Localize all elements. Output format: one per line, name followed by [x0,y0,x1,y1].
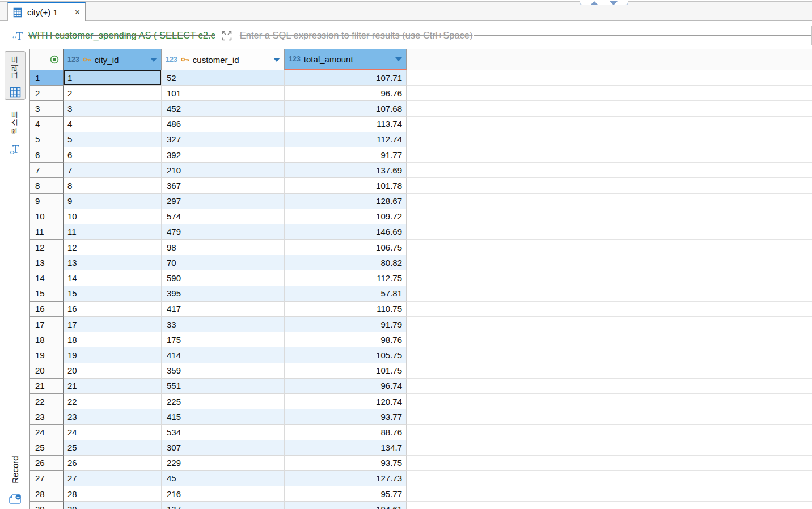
cell-customer-id[interactable]: 210 [162,163,285,178]
row-number[interactable]: 24 [29,425,64,440]
row-number[interactable]: 4 [29,117,64,132]
cell-city-id[interactable]: 24 [64,425,162,440]
cell-city-id[interactable]: 8 [64,178,162,193]
cell-customer-id[interactable]: 414 [162,347,285,363]
cell-total-amount[interactable]: 134.7 [285,440,407,456]
cell-city-id[interactable]: 3 [64,101,162,116]
cell-total-amount[interactable]: 112.74 [285,132,407,147]
cell-total-amount[interactable]: 113.74 [285,117,407,132]
cell-total-amount[interactable]: 109.72 [285,209,407,224]
row-number[interactable]: 2 [29,86,64,101]
cell-customer-id[interactable]: 307 [162,440,285,456]
row-number[interactable]: 6 [29,147,64,163]
cell-customer-id[interactable]: 452 [162,101,285,116]
cell-customer-id[interactable]: 33 [162,317,285,332]
cell-total-amount[interactable]: 106.75 [285,240,407,255]
cell-total-amount[interactable]: 107.71 [285,70,407,86]
row-number[interactable]: 17 [29,317,64,332]
cell-customer-id[interactable]: 52 [162,70,285,86]
cell-total-amount[interactable]: 98.76 [285,332,407,347]
result-filter-bar[interactable]: WITH customer_spending AS ( SELECT c2.c … [9,26,812,45]
scroll-down-icon[interactable] [610,1,618,5]
tab-city-result[interactable]: city(+) 1 × [7,2,86,21]
row-number[interactable]: 21 [29,379,64,394]
cell-total-amount[interactable]: 93.77 [285,409,407,425]
row-number[interactable]: 18 [29,332,64,347]
cell-city-id[interactable]: 19 [64,347,162,363]
column-dropdown-icon[interactable] [395,57,402,61]
column-dropdown-icon[interactable] [273,58,280,62]
cell-total-amount[interactable]: 137.69 [285,163,407,178]
cell-city-id[interactable]: 7 [64,163,162,178]
filter-sql-text[interactable]: WITH customer_spending AS ( SELECT c2.c [28,30,215,41]
cell-customer-id[interactable]: 574 [162,209,285,224]
column-dropdown-icon[interactable] [150,58,157,62]
cell-total-amount[interactable]: 112.75 [285,270,407,286]
cell-city-id[interactable]: 10 [64,209,162,224]
cell-customer-id[interactable]: 392 [162,147,285,163]
cell-city-id[interactable]: 1 [64,70,162,86]
row-number[interactable]: 26 [29,456,64,471]
cell-city-id[interactable]: 25 [64,440,162,456]
cell-total-amount[interactable]: 95.77 [285,486,407,502]
filter-placeholder[interactable]: Enter a SQL expression to filter results… [240,30,473,41]
cell-customer-id[interactable]: 590 [162,270,285,286]
expand-filter-panel-icon[interactable] [221,29,233,42]
row-number[interactable]: 27 [29,471,64,486]
cell-customer-id[interactable]: 486 [162,117,285,132]
cell-city-id[interactable]: 14 [64,270,162,286]
cell-total-amount[interactable]: 127.73 [285,471,407,486]
row-number[interactable]: 5 [29,132,64,147]
cell-city-id[interactable]: 18 [64,332,162,347]
cell-city-id[interactable]: 13 [64,255,162,270]
cell-customer-id[interactable]: 70 [162,255,285,270]
cell-total-amount[interactable]: 96.76 [285,86,407,101]
row-number[interactable]: 19 [29,347,64,363]
cell-city-id[interactable]: 20 [64,363,162,379]
cell-total-amount[interactable]: 146.69 [285,224,407,240]
row-number[interactable]: 22 [29,394,64,409]
cell-total-amount[interactable]: 93.75 [285,456,407,471]
row-number[interactable]: 10 [29,209,64,224]
cell-customer-id[interactable]: 229 [162,456,285,471]
row-number[interactable]: 8 [29,178,64,193]
cell-customer-id[interactable]: 479 [162,224,285,240]
cell-city-id[interactable]: 21 [64,379,162,394]
row-number[interactable]: 20 [29,363,64,379]
cell-total-amount[interactable]: 80.82 [285,255,407,270]
row-number[interactable]: 3 [29,101,64,116]
row-number[interactable]: 15 [29,286,64,302]
cell-customer-id[interactable]: 101 [162,86,285,101]
cell-total-amount[interactable]: 120.74 [285,394,407,409]
row-number[interactable]: 14 [29,270,64,286]
cell-total-amount[interactable]: 110.75 [285,302,407,317]
cell-customer-id[interactable]: 359 [162,363,285,379]
sidebar-tab-record[interactable]: Record [5,450,26,507]
grid-corner-cell[interactable] [29,49,64,70]
cell-total-amount[interactable]: 128.67 [285,194,407,209]
row-number[interactable]: 12 [29,240,64,255]
column-header-total-amount[interactable]: 123 total_amount [285,49,407,70]
collapsed-toolbar-pill[interactable] [580,0,628,5]
cell-customer-id[interactable]: 137 [162,502,285,509]
cell-city-id[interactable]: 27 [64,471,162,486]
sidebar-tab-text[interactable]: 텍스트 [5,105,26,159]
cell-city-id[interactable]: 16 [64,302,162,317]
cell-city-id[interactable]: 6 [64,147,162,163]
row-number[interactable]: 1 [29,70,64,86]
cell-customer-id[interactable]: 98 [162,240,285,255]
tab-close-icon[interactable]: × [75,8,80,17]
cell-city-id[interactable]: 23 [64,409,162,425]
cell-total-amount[interactable]: 101.78 [285,178,407,193]
cell-city-id[interactable]: 17 [64,317,162,332]
cell-total-amount[interactable]: 107.68 [285,101,407,116]
cell-customer-id[interactable]: 175 [162,332,285,347]
cell-customer-id[interactable]: 297 [162,194,285,209]
cell-total-amount[interactable]: 101.75 [285,363,407,379]
cell-customer-id[interactable]: 327 [162,132,285,147]
cell-total-amount[interactable]: 91.77 [285,147,407,163]
cell-city-id[interactable]: 29 [64,502,162,509]
row-number[interactable]: 29 [29,502,64,509]
column-header-city-id[interactable]: 123 city_id [64,49,162,70]
row-number[interactable]: 9 [29,194,64,209]
